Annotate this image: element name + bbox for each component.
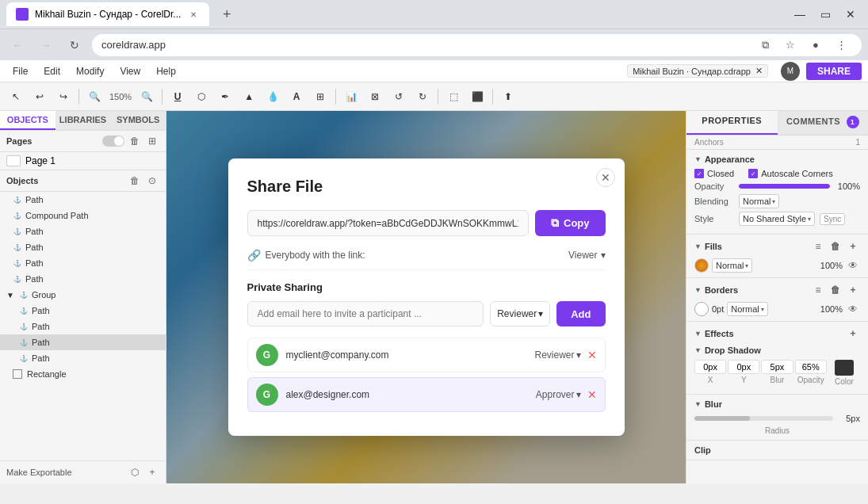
list-item[interactable]: ⚓ Path — [0, 239, 166, 255]
new-tab-button[interactable]: + — [216, 3, 238, 25]
pages-toggle-switch[interactable] — [102, 136, 124, 147]
opacity-slider[interactable] — [739, 184, 830, 189]
eyedropper-tool[interactable]: 💧 — [262, 86, 284, 108]
shadow-color-swatch[interactable] — [835, 360, 854, 376]
text-tool[interactable]: A — [285, 86, 308, 108]
fills-delete-icon[interactable]: 🗑 — [828, 239, 843, 254]
borders-delete-icon[interactable]: 🗑 — [828, 283, 843, 297]
external-link-icon[interactable]: ⧉ — [754, 34, 776, 56]
effects-add-icon[interactable]: + — [846, 326, 860, 341]
text-style-button[interactable]: U — [166, 86, 189, 108]
restore-button[interactable]: ▭ — [814, 3, 836, 25]
shadow-y-input[interactable]: 0px — [728, 360, 759, 374]
rotate-right[interactable]: ↻ — [411, 86, 434, 108]
minimize-button[interactable]: — — [789, 3, 811, 25]
autoscale-checkbox-item[interactable]: ✓ Autoscale Corners — [748, 169, 833, 178]
selected-path-item[interactable]: ⚓ Path — [0, 334, 166, 350]
align-tool[interactable]: ⊞ — [309, 86, 331, 108]
border-blend-dropdown[interactable]: Normal ▾ — [727, 302, 767, 316]
tab-objects[interactable]: OBJECTS — [0, 111, 55, 130]
add-exportable-icon[interactable]: + — [145, 465, 159, 479]
list-item[interactable]: ⚓ Compound Path — [0, 208, 166, 223]
wrap-tool[interactable]: ⊠ — [364, 86, 386, 108]
list-item[interactable]: Rectangle — [0, 366, 166, 382]
forward-button[interactable]: → — [35, 34, 57, 56]
tab-symbols[interactable]: SYMBOLS — [110, 111, 166, 130]
rotate-left[interactable]: ↺ — [388, 86, 410, 108]
borders-add-icon[interactable]: + — [846, 283, 860, 297]
closed-checkbox[interactable]: ✓ — [694, 169, 704, 178]
participant-role-dropdown-1[interactable]: Reviewer ▾ — [534, 349, 580, 361]
zoom-out-button[interactable]: 🔍 — [83, 86, 105, 108]
back-button[interactable]: ← — [6, 34, 29, 56]
invite-email-input[interactable] — [247, 301, 484, 326]
blur-header[interactable]: ▼ Blur — [694, 399, 860, 409]
shadow-blur-input[interactable]: 5px — [761, 360, 793, 374]
borders-settings-icon[interactable]: ≡ — [811, 283, 825, 297]
style-dropdown[interactable]: No Shared Style ▾ — [739, 212, 815, 226]
zoom-in-button[interactable]: 🔍 — [136, 86, 158, 108]
reload-button[interactable]: ↻ — [63, 34, 86, 56]
list-item[interactable]: ⚓ Path — [0, 350, 166, 366]
border-visibility-icon[interactable]: 👁 — [846, 302, 860, 316]
share-link-input[interactable] — [247, 210, 530, 236]
modal-overlay[interactable]: ✕ Share File ⧉ Copy 🔗 Everybody with the… — [166, 111, 686, 483]
list-item[interactable]: ⚓ Path — [0, 223, 166, 239]
appearance-header[interactable]: ▼ Appearance — [694, 155, 860, 164]
fill-blend-dropdown[interactable]: Normal ▾ — [712, 258, 752, 273]
ungroup-tool[interactable]: ⬛ — [466, 86, 488, 108]
menu-icon[interactable]: ⋮ — [830, 34, 852, 56]
chart-tool[interactable]: 📊 — [340, 86, 362, 108]
fills-add-icon[interactable]: + — [846, 239, 860, 254]
list-item[interactable]: ⚓ Path — [0, 192, 166, 208]
page-1-item[interactable]: Page 1 — [0, 152, 166, 170]
fill-tool[interactable]: ▲ — [238, 86, 260, 108]
menu-edit[interactable]: Edit — [37, 64, 67, 78]
blur-slider[interactable] — [694, 416, 833, 421]
tab-properties[interactable]: PROPERTIES — [686, 111, 778, 135]
expand-exportable-icon[interactable]: ⬡ — [128, 465, 142, 479]
menu-help[interactable]: Help — [150, 64, 182, 78]
participant-role-dropdown-2[interactable]: Approver ▾ — [536, 389, 581, 400]
menu-file[interactable]: File — [6, 64, 34, 78]
copy-button[interactable]: ⧉ Copy — [535, 210, 606, 236]
delete-page-icon[interactable]: 🗑 — [128, 134, 142, 148]
sync-button[interactable]: Sync — [820, 213, 845, 225]
list-item[interactable]: ⚓ Path — [0, 255, 166, 271]
list-item[interactable]: ⚓ Path — [0, 303, 166, 319]
access-role-dropdown[interactable]: Viewer ▾ — [568, 250, 605, 261]
remove-participant-2-button[interactable]: ✕ — [587, 388, 597, 401]
export-button[interactable]: ⬆ — [497, 86, 519, 108]
tab-comments[interactable]: COMMENTS 1 — [778, 111, 869, 135]
fill-color-swatch[interactable] — [694, 258, 709, 273]
shadow-opacity-input[interactable]: 65% — [795, 360, 827, 374]
mask-icon[interactable]: ⊙ — [145, 174, 159, 188]
shadow-x-input[interactable]: 0px — [694, 360, 726, 374]
remove-participant-1-button[interactable]: ✕ — [587, 349, 597, 361]
share-button-top[interactable]: SHARE — [806, 63, 862, 80]
drop-shadow-header[interactable]: ▼ Drop Shadow — [694, 346, 860, 355]
border-color-swatch[interactable] — [694, 302, 709, 316]
fills-settings-icon[interactable]: ≡ — [811, 239, 825, 254]
cursor-tool[interactable]: ⬡ — [190, 86, 212, 108]
menu-view[interactable]: View — [113, 64, 147, 78]
menu-modify[interactable]: Modify — [70, 64, 110, 78]
undo-button[interactable]: ↩ — [29, 86, 51, 108]
list-item[interactable]: ⚓ Path — [0, 319, 166, 334]
fill-visibility-icon[interactable]: 👁 — [846, 258, 860, 273]
group-item[interactable]: ▼ ⚓ Group — [0, 287, 166, 303]
list-item[interactable]: ⚓ Path — [0, 271, 166, 287]
add-page-icon[interactable]: ⊞ — [145, 134, 159, 148]
group-tool[interactable]: ⬚ — [442, 86, 465, 108]
redo-button[interactable]: ↪ — [52, 86, 75, 108]
tab-libraries[interactable]: LIBRARIES — [55, 111, 111, 130]
closed-checkbox-item[interactable]: ✓ Closed — [694, 169, 734, 178]
autoscale-checkbox[interactable]: ✓ — [748, 169, 758, 178]
delete-object-icon[interactable]: 🗑 — [128, 174, 142, 188]
address-input[interactable]: coreldraw.app ⧉ ☆ ● ⋮ — [92, 34, 862, 56]
blending-dropdown[interactable]: Normal ▾ — [739, 194, 779, 208]
invite-role-dropdown[interactable]: Reviewer ▾ — [490, 301, 550, 326]
make-exportable-row[interactable]: Make Exportable ⬡ + — [0, 460, 166, 483]
profile-icon[interactable]: ● — [805, 34, 827, 56]
chrome-tab[interactable]: Mikhail Buzin - Сундар - CorelDr... ✕ — [6, 2, 209, 26]
